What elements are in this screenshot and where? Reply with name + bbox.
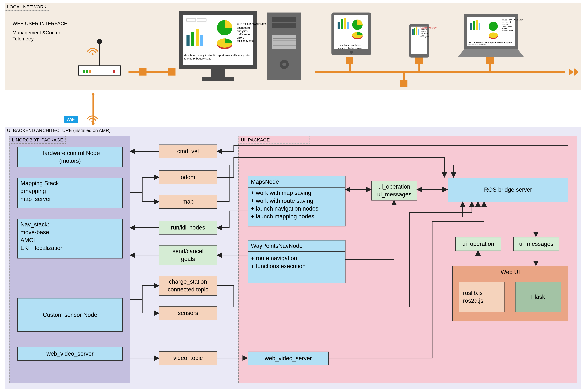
arrow-right-icon: [564, 67, 579, 77]
network-drop-icon: [349, 60, 351, 72]
svg-rect-10: [211, 69, 225, 76]
svg-rect-43: [412, 29, 414, 35]
web-ui-heading: WEB USER INTERFACE: [12, 20, 67, 27]
network-node-icon: [168, 68, 176, 76]
tablet-caption: dashboard analytics telemetry battery st…: [338, 44, 362, 50]
network-drop-icon: [418, 60, 420, 72]
server-icon: [264, 11, 304, 83]
svg-rect-16: [200, 36, 203, 46]
phone-fleet-title: FLEET MANAGEMENT: [420, 27, 437, 29]
svg-rect-36: [340, 20, 343, 29]
svg-rect-53: [476, 20, 478, 30]
wifi-icon: [86, 45, 100, 56]
network-drop-icon: [490, 60, 491, 72]
phone-items: dashboard analytics traffic report error…: [420, 29, 429, 38]
svg-rect-44: [414, 28, 416, 35]
wifi-icon: [86, 113, 99, 124]
svg-rect-52: [473, 21, 475, 30]
ui-backend-panel: UI BACKEND ARCHITECTURE (installed on AM…: [4, 127, 582, 389]
svg-rect-46: [418, 29, 419, 35]
svg-rect-13: [186, 36, 190, 46]
svg-point-33: [350, 51, 353, 54]
svg-point-50: [489, 22, 498, 31]
svg-rect-51: [470, 23, 472, 30]
svg-rect-5: [89, 70, 91, 73]
monitor-icon: [177, 10, 258, 83]
tablet-icon: [330, 11, 373, 57]
wifi-tag: WiFi: [64, 116, 78, 123]
svg-rect-11: [202, 76, 234, 81]
local-network-panel: LOCAL NETWORK WEB USER INTERFACE Managem…: [4, 3, 582, 90]
svg-rect-22: [272, 17, 296, 22]
svg-rect-54: [478, 23, 480, 30]
svg-point-1: [97, 39, 102, 44]
svg-point-7: [92, 53, 94, 55]
monitor-footer: dashboard analytics traffic report error…: [184, 54, 250, 60]
svg-rect-45: [416, 27, 417, 35]
svg-rect-3: [83, 70, 85, 73]
svg-rect-23: [272, 23, 296, 28]
laptop-footer: dashboard analytics traffic report error…: [468, 42, 512, 46]
web-ui-sub2: Telemetry: [12, 36, 34, 42]
svg-rect-6: [113, 70, 115, 73]
network-bus-icon: [315, 71, 565, 73]
network-node-icon: [400, 80, 408, 87]
svg-rect-38: [347, 22, 349, 29]
monitor-fleet-items: dashboard analytics traffic report error…: [237, 26, 254, 43]
laptop-fleet-title: FLEET MANAGEMENT: [502, 18, 525, 21]
svg-point-56: [489, 32, 498, 38]
local-network-title: LOCAL NETWORK: [4, 3, 49, 11]
web-ui-sub1: Management &Control: [12, 29, 61, 36]
svg-rect-14: [191, 32, 194, 46]
svg-rect-37: [344, 18, 346, 29]
svg-marker-58: [91, 92, 95, 95]
svg-rect-4: [86, 70, 88, 73]
svg-rect-35: [338, 22, 340, 29]
svg-point-30: [282, 62, 286, 66]
svg-rect-24: [272, 36, 296, 49]
svg-point-60: [92, 121, 93, 123]
network-link-icon: [128, 71, 173, 73]
svg-marker-49: [458, 49, 524, 57]
laptop-items: dashboard analytics traffic report error…: [502, 21, 513, 32]
router-icon: [75, 38, 124, 81]
svg-rect-15: [196, 29, 199, 46]
connectors: [5, 127, 582, 390]
